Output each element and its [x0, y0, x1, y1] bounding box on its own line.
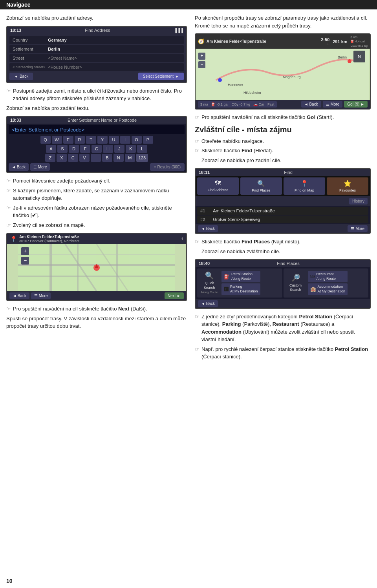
map-next-btn[interactable]: Next ►	[165, 292, 184, 299]
svg-text:−: −	[200, 62, 203, 67]
key-y[interactable]: Y	[97, 136, 108, 144]
screen-keyboard: 18:33 Enter Settlement Name or Postcode …	[6, 116, 187, 173]
fp-accommodation-btn[interactable]: 🏨 AccommodationAt My Destination	[308, 283, 348, 295]
tab-find-on-map[interactable]: 📍 Find on Map	[284, 177, 325, 195]
key-a[interactable]: A	[46, 145, 56, 153]
map-sub-address: 30167 Hanover (Hannover), Nordstadt	[19, 239, 79, 243]
bullet-right-text-3: Stiskněte tlačítko Find (Hledat).	[201, 147, 371, 155]
bullet-fp2-text: Zobrazí se nabídka zvláštního cíle.	[201, 248, 371, 256]
bullet-final2-icon: ☞	[195, 345, 199, 353]
bullet-right-text-1: Pro spuštění navádění na cíl stiskněte t…	[201, 113, 371, 121]
find-map-tab-label: Find on Map	[295, 188, 314, 192]
kb-results-btn[interactable]: ≡ Results (300)	[150, 163, 185, 171]
fp-back-btn[interactable]: ◄ Back	[198, 300, 218, 307]
bullet-left-5: ☞ Zvolený cíl se zobrazí na mapě.	[6, 221, 187, 229]
fp-grid: 🔍 Quick SearchAlong Route ⛽ Petrol Stati…	[196, 267, 370, 299]
history-btn[interactable]: History	[349, 198, 368, 205]
svg-text:Hildesheim: Hildesheim	[243, 91, 261, 95]
find-bottom-bar: ◄ Back ☰ More	[196, 224, 370, 233]
key-s[interactable]: S	[57, 145, 68, 153]
key-f[interactable]: F	[80, 145, 90, 153]
find-back-btn[interactable]: ◄ Back	[198, 225, 218, 232]
section-title-poi: Zvláštní cíle - místa zájmu	[195, 125, 371, 134]
key-h[interactable]: H	[103, 145, 113, 153]
key-i[interactable]: I	[120, 136, 130, 144]
route-more-btn[interactable]: ☰ More	[323, 101, 343, 108]
map-back-btn[interactable]: ◄ Back	[9, 292, 29, 299]
tab-find-address[interactable]: 🗺 Find Address	[197, 177, 239, 195]
route-time-value: 2:50	[321, 37, 329, 42]
kb-back-btn[interactable]: ◄ Back	[9, 163, 29, 171]
screen-find-places: 18:40 Find Places 🔍 Quick SearchAlong Ro…	[195, 259, 371, 309]
bullet-icon-4: ☞	[6, 204, 11, 212]
key-underscore[interactable]: _	[91, 154, 101, 162]
fp-restaurant-btn[interactable]: 🍽 RestaurantAlong Route	[308, 271, 348, 282]
key-l[interactable]: L	[137, 145, 147, 153]
quick-search-label[interactable]: Quick SearchAlong Route	[199, 281, 219, 295]
find-result-2: # 2 Großer Stern×Spreeweg	[197, 215, 368, 223]
fp-custom-search: 🔎 Custom Search 🍽 RestaurantAlong Route …	[284, 268, 369, 298]
bullet-left-1: ☞ Postupně zadejte zemi, město a ulici č…	[6, 87, 187, 102]
key-b[interactable]: B	[102, 154, 112, 162]
key-e[interactable]: E	[63, 136, 73, 144]
key-m[interactable]: M	[125, 154, 135, 162]
svg-point-16	[218, 78, 222, 82]
key-v[interactable]: V	[79, 154, 90, 162]
key-123[interactable]: 123	[136, 154, 148, 162]
route-go-btn[interactable]: Go! (9) ►	[344, 101, 368, 108]
svg-text:Berlin: Berlin	[338, 55, 347, 59]
screen1-select-btn[interactable]: Select Settlement ►	[138, 73, 184, 80]
select-icon: ►	[175, 74, 179, 79]
tab-find-places[interactable]: 🔍 Find Places	[240, 177, 282, 195]
back-label: Back	[20, 74, 28, 79]
key-t[interactable]: T	[86, 136, 96, 144]
bullet-right-find-places: ☞ Stiskněte tlačítko Find Places (Najít …	[195, 238, 371, 246]
bullet-fp-icon: ☞	[195, 238, 199, 246]
key-o[interactable]: O	[132, 136, 142, 144]
route-stat-3: CO₂ -0.7 kg	[232, 102, 251, 106]
bullet-right-text-4: Zobrazí se nabídka pro zadání cíle.	[201, 157, 371, 164]
bullet-right-fp2: ☞ Zobrazí se nabídka zvláštního cíle.	[195, 248, 371, 256]
bullet-final1-text: Z jedné ze čtyř předdefinovaných kategor…	[201, 313, 371, 343]
key-d[interactable]: D	[69, 145, 79, 153]
key-g[interactable]: G	[92, 145, 102, 153]
bullet-icon-1: ☞	[6, 87, 11, 95]
key-x[interactable]: X	[57, 154, 67, 162]
bullet-icon-3: ☞	[6, 187, 11, 195]
screen1-back-btn[interactable]: ◄ Back	[9, 73, 33, 80]
screen-map: 📍 Am Kleinen Felde×Tulpenstraße 30167 Ha…	[6, 233, 187, 301]
header-title: Navigace	[6, 2, 30, 8]
svg-text:+: +	[24, 248, 27, 254]
svg-text:Hannover: Hannover	[228, 83, 243, 87]
bullet-text-5: Zvolený cíl se zobrazí na mapě.	[13, 221, 187, 229]
find-more-btn[interactable]: ☰ More	[348, 225, 368, 232]
key-j[interactable]: J	[114, 145, 124, 153]
key-p[interactable]: P	[143, 136, 153, 144]
find-tabs: 🗺 Find Address 🔍 Find Places 📍 Find on M…	[196, 176, 370, 196]
key-n[interactable]: N	[113, 154, 124, 162]
find-title: Find	[210, 170, 367, 175]
map-more-btn[interactable]: ☰ More	[31, 292, 51, 299]
addr-value-country: Germany	[48, 38, 67, 42]
select-label: Select Settlement	[143, 74, 174, 79]
key-q[interactable]: Q	[40, 136, 51, 144]
fp-quick-search: 🔍 Quick SearchAlong Route ⛽ Petrol Stati…	[197, 268, 282, 298]
key-u[interactable]: U	[109, 136, 119, 144]
kb-more-btn[interactable]: ☰ More	[30, 163, 50, 171]
fp-parking-btn[interactable]: 🅿 ParkingAt My Destination	[221, 283, 260, 295]
key-c[interactable]: C	[68, 154, 78, 162]
route-back-btn[interactable]: ◄ Back	[301, 101, 321, 108]
accommodation-label: AccommodationAt My Destination	[318, 285, 346, 294]
key-z[interactable]: Z	[45, 154, 55, 162]
route-stat-1: $ n/a	[200, 102, 208, 106]
bullet-right-final1: ☞ Z jedné ze čtyř předdefinovaných kateg…	[195, 313, 371, 343]
custom-search-label[interactable]: Custom Search	[286, 283, 306, 292]
key-r[interactable]: R	[75, 136, 85, 144]
back-icon: ◄	[14, 74, 18, 79]
fp-petrol-btn[interactable]: ⛽ Petrol StationAlong Route	[221, 271, 260, 282]
tab-favourites[interactable]: ⭐ Favourites	[327, 177, 368, 195]
bullet-right-1: ☞ Pro spuštění navádění na cíl stiskněte…	[195, 113, 371, 121]
key-k[interactable]: K	[126, 145, 136, 153]
key-w[interactable]: W	[52, 136, 62, 144]
svg-rect-2	[77, 244, 79, 291]
